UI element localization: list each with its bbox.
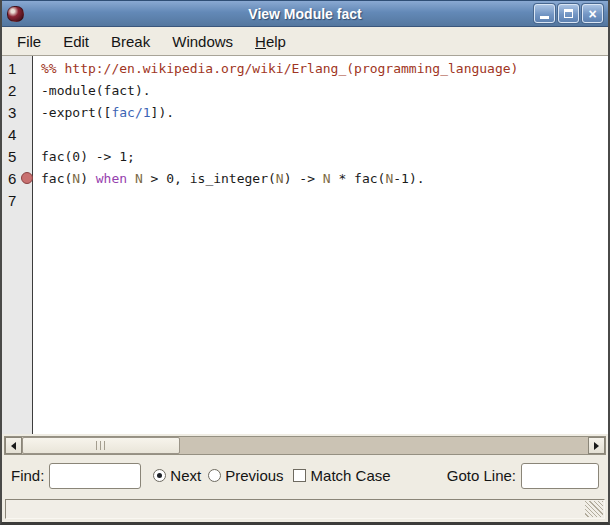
code-line[interactable]: 3-export([fac/1]).: [2, 102, 608, 124]
menu-item-help[interactable]: Help: [244, 30, 297, 53]
menu-item-edit[interactable]: Edit: [52, 30, 100, 53]
scroll-right-button[interactable]: [588, 437, 605, 454]
line-number[interactable]: 3: [8, 102, 16, 124]
line-number[interactable]: 6: [8, 168, 16, 190]
goto-line-label: Goto Line:: [447, 467, 516, 484]
breakpoint-marker[interactable]: [21, 172, 33, 184]
code-text: fac(0) -> 1;: [41, 146, 135, 168]
code-text: %% http://en.wikipedia.org/wiki/Erlang_(…: [41, 58, 518, 80]
status-bar: [5, 499, 605, 519]
window-title: View Module fact: [2, 6, 608, 22]
view-module-window: View Module fact × File Edit Break Windo…: [0, 0, 610, 525]
line-number[interactable]: 1: [8, 58, 16, 80]
next-radio[interactable]: [153, 469, 166, 482]
code-text: fac(N) when N > 0, is_integer(N) -> N * …: [41, 168, 425, 190]
maximize-icon: [564, 9, 573, 18]
resize-grip-icon[interactable]: [585, 501, 603, 517]
arrow-left-icon: [7, 442, 16, 450]
line-number[interactable]: 7: [8, 190, 16, 212]
next-radio-label[interactable]: Next: [170, 467, 201, 484]
line-number[interactable]: 5: [8, 146, 16, 168]
find-label: Find:: [11, 467, 44, 484]
scroll-left-button[interactable]: [5, 437, 22, 454]
code-line[interactable]: 2-module(fact).: [2, 80, 608, 102]
menu-item-windows[interactable]: Windows: [161, 30, 244, 53]
menu-item-help-rest: elp: [266, 33, 286, 50]
minimize-button[interactable]: [534, 4, 555, 23]
match-case-label[interactable]: Match Case: [311, 467, 391, 484]
maximize-button[interactable]: [558, 4, 579, 23]
match-case-checkbox[interactable]: [293, 469, 306, 482]
find-bar: Find: Next Previous Match Case Goto Line…: [2, 455, 608, 496]
goto-line-input[interactable]: [521, 463, 599, 489]
horizontal-scrollbar[interactable]: [4, 436, 606, 455]
code-line[interactable]: 4: [2, 124, 608, 146]
code-viewer[interactable]: 1%% http://en.wikipedia.org/wiki/Erlang_…: [2, 56, 608, 434]
close-icon: ×: [588, 7, 596, 21]
menu-item-help-mnemonic: H: [255, 33, 266, 50]
previous-radio[interactable]: [208, 469, 221, 482]
menu-bar: File Edit Break Windows Help: [2, 27, 608, 56]
code-line[interactable]: 1%% http://en.wikipedia.org/wiki/Erlang_…: [2, 58, 608, 80]
scrollbar-grip-icon: [96, 441, 106, 450]
previous-radio-label[interactable]: Previous: [225, 467, 283, 484]
code-area[interactable]: 1%% http://en.wikipedia.org/wiki/Erlang_…: [2, 56, 608, 212]
code-line[interactable]: 7: [2, 190, 608, 212]
title-bar[interactable]: View Module fact ×: [2, 0, 608, 27]
close-button[interactable]: ×: [582, 4, 603, 23]
menu-item-file[interactable]: File: [6, 30, 52, 53]
code-text: -module(fact).: [41, 80, 151, 102]
arrow-right-icon: [594, 442, 603, 450]
goto-line-group: Goto Line:: [447, 463, 599, 489]
menu-item-break[interactable]: Break: [100, 30, 161, 53]
code-line[interactable]: 5fac(0) -> 1;: [2, 146, 608, 168]
direction-options: Next Previous Match Case: [153, 467, 397, 484]
code-line[interactable]: 6fac(N) when N > 0, is_integer(N) -> N *…: [2, 168, 608, 190]
scrollbar-thumb[interactable]: [22, 437, 180, 454]
minimize-icon: [540, 16, 549, 19]
line-number[interactable]: 4: [8, 124, 16, 146]
find-input[interactable]: [49, 463, 141, 489]
window-controls: ×: [534, 4, 603, 23]
app-icon[interactable]: [7, 6, 24, 22]
line-number[interactable]: 2: [8, 80, 16, 102]
code-text: -export([fac/1]).: [41, 102, 174, 124]
